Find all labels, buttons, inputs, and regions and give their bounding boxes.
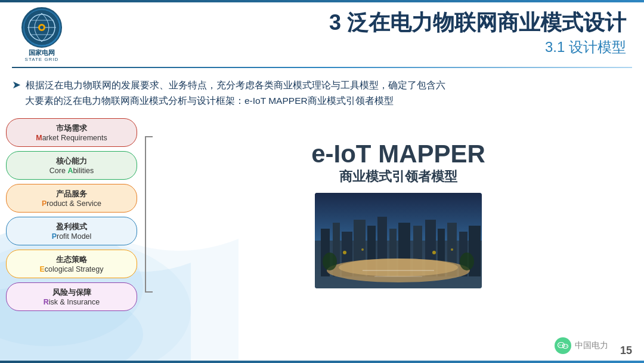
separator-line <box>12 67 632 68</box>
box-eco-cn: 生态策略 <box>16 254 127 265</box>
box-core-en: Core Abilities <box>16 167 127 175</box>
logo-area: 国家电网 STATE GRID <box>12 7 72 62</box>
box-market: 市场需求Market Requirements <box>6 118 137 147</box>
svg-point-30 <box>343 251 346 254</box>
mapper-title: e-IoT MAPPER <box>311 140 485 168</box>
mapper-area: 市场需求Market Requirements核心能力Core Abilitie… <box>0 112 644 311</box>
box-profit-cn: 盈利模式 <box>16 222 127 232</box>
bracket-connector <box>141 128 155 295</box>
bullet-text-line1: 根据泛在电力物联网的发展要求、业务特点，充分考虑各类商业模式理论与工具模型，确定… <box>26 80 445 90</box>
box-product: 产品服务Product & Service <box>6 184 137 213</box>
box-risk-en: Risk & Insurance <box>16 298 127 306</box>
highlight-letter: E <box>39 265 44 273</box>
svg-point-31 <box>361 248 364 251</box>
highlight-letter: R <box>44 298 49 306</box>
bullet-arrow: ➤ <box>12 79 21 91</box>
box-product-en: Product & Service <box>16 199 127 208</box>
box-eco: 生态策略Ecological Strategy <box>6 250 137 278</box>
right-area: e-IoT MAPPER 商业模式引领者模型 <box>159 134 638 288</box>
box-profit: 盈利模式Profit Model <box>6 217 137 245</box>
bullet-text: ➤ 根据泛在电力物联网的发展要求、业务特点，充分考虑各类商业模式理论与工具模型，… <box>0 73 644 112</box>
svg-point-27 <box>339 259 458 276</box>
box-eco-en: Ecological Strategy <box>16 265 127 273</box>
svg-point-35 <box>460 253 474 270</box>
sub-title: 3.1 设计模型 <box>72 38 626 57</box>
box-core-cn: 核心能力 <box>16 156 127 167</box>
box-market-cn: 市场需求 <box>16 123 127 134</box>
svg-point-34 <box>323 253 337 270</box>
svg-point-9 <box>40 26 44 29</box>
box-core: 核心能力Core Abilities <box>6 151 137 180</box>
box-product-cn: 产品服务 <box>16 189 127 199</box>
boxes-column: 市场需求Market Requirements核心能力Core Abilitie… <box>6 112 137 311</box>
svg-point-33 <box>451 248 453 251</box>
city-image <box>315 193 482 288</box>
box-market-en: Market Requirements <box>16 134 127 142</box>
mapper-subtitle: 商业模式引领者模型 <box>339 168 457 186</box>
highlight-letter: A <box>67 167 73 175</box>
highlight-letter: P <box>42 199 47 208</box>
logo-cn-text: 国家电网 <box>29 49 55 57</box>
box-profit-en: Profit Model <box>16 232 127 241</box>
logo-circle <box>21 7 62 48</box>
highlight-letter: P <box>52 232 57 241</box>
logo-en-text: STATE GRID <box>25 57 59 62</box>
box-risk-cn: 风险与保障 <box>16 287 127 298</box>
title-area: 3 泛在电力物联网商业模式设计 3.1 设计模型 <box>72 7 626 57</box>
box-risk: 风险与保障Risk & Insurance <box>6 282 137 311</box>
main-title: 3 泛在电力物联网商业模式设计 <box>72 10 626 35</box>
highlight-letter: M <box>36 134 42 142</box>
bullet-text-line2: 大要素的泛在电力物联网商业模式分析与设计框架：e-IoT MAPPER商业模式引… <box>12 96 394 106</box>
svg-point-32 <box>432 251 436 254</box>
